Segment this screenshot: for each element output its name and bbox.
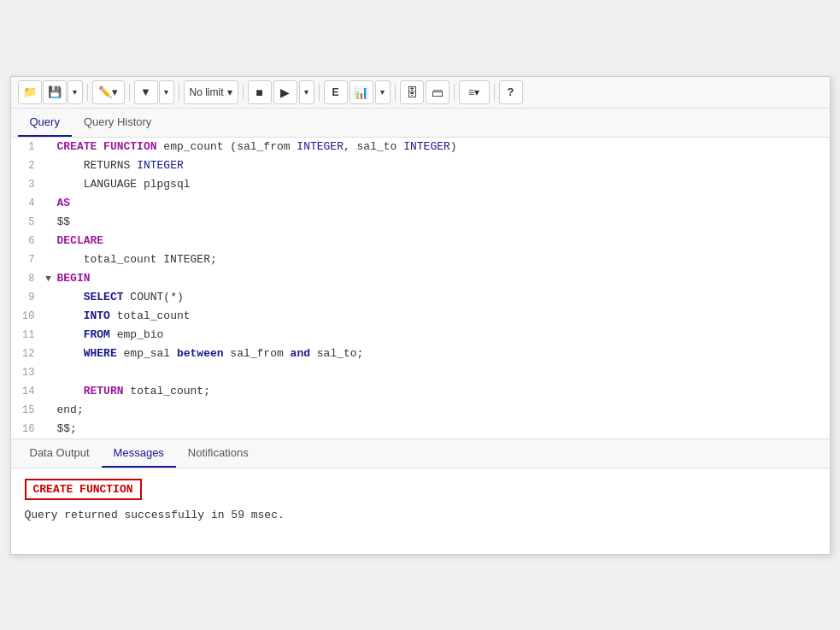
code-editor[interactable]: 1 CREATE FUNCTION emp_count (sal_from IN… bbox=[11, 138, 830, 439]
line-num-7: 7 bbox=[11, 250, 44, 269]
gutter-8: ▼ bbox=[44, 269, 54, 288]
output-message: Query returned successfully in 59 msec. bbox=[25, 509, 816, 521]
stop-button[interactable]: ■ bbox=[248, 80, 272, 104]
code-line-15: 15 end; bbox=[11, 401, 830, 420]
code-line-3: 3 LANGUAGE plpgsql bbox=[11, 175, 830, 194]
code-line-8: 8 ▼ BEGIN bbox=[11, 269, 830, 288]
code-line-10: 10 INTO total_count bbox=[11, 307, 830, 326]
separator-2 bbox=[129, 84, 130, 101]
menu-button[interactable]: ≡▾ bbox=[459, 80, 490, 104]
limit-dropdown[interactable]: No limit ▾ bbox=[184, 80, 238, 104]
line-num-2: 2 bbox=[11, 156, 44, 175]
line-content-3: LANGUAGE plpgsql bbox=[54, 175, 191, 194]
chart-dropdown-button[interactable]: ▾ bbox=[375, 80, 391, 104]
line-num-11: 11 bbox=[11, 326, 44, 344]
line-num-9: 9 bbox=[11, 288, 44, 307]
tab-data-output[interactable]: Data Output bbox=[18, 439, 102, 468]
separator-4 bbox=[243, 84, 244, 101]
code-line-11: 11 FROM emp_bio bbox=[11, 326, 830, 344]
line-content-14: RETURN total_count; bbox=[54, 382, 210, 401]
output-badge: CREATE FUNCTION bbox=[25, 479, 142, 500]
output-area: CREATE FUNCTION Query returned successfu… bbox=[11, 468, 830, 554]
save-button[interactable]: 💾 bbox=[43, 80, 67, 104]
line-num-5: 5 bbox=[11, 213, 44, 232]
line-content-4: AS bbox=[54, 194, 71, 213]
code-line-6: 6 DECLARE bbox=[11, 232, 830, 250]
tab-query[interactable]: Query bbox=[18, 109, 72, 137]
code-line-1: 1 CREATE FUNCTION emp_count (sal_from IN… bbox=[11, 138, 830, 156]
code-line-5: 5 $$ bbox=[11, 213, 830, 232]
line-num-6: 6 bbox=[11, 232, 44, 250]
tab-query-history[interactable]: Query History bbox=[72, 109, 163, 137]
separator-6 bbox=[395, 84, 396, 101]
tab-messages[interactable]: Messages bbox=[102, 439, 176, 468]
code-line-12: 12 WHERE emp_sal between sal_from and sa… bbox=[11, 344, 830, 363]
edit-buttons: ✏️▾ bbox=[92, 80, 125, 104]
line-content-12: WHERE emp_sal between sal_from and sal_t… bbox=[54, 344, 364, 363]
line-num-13: 13 bbox=[11, 363, 44, 382]
line-content-11: FROM emp_bio bbox=[54, 326, 164, 344]
line-content-10: INTO total_count bbox=[54, 307, 191, 326]
output-tabs-bar: Data Output Messages Notifications bbox=[11, 439, 830, 468]
line-num-3: 3 bbox=[11, 175, 44, 194]
limit-label: No limit bbox=[190, 86, 224, 98]
line-num-12: 12 bbox=[11, 344, 44, 363]
chart-button[interactable]: 📊 bbox=[350, 80, 373, 104]
code-line-14: 14 RETURN total_count; bbox=[11, 382, 830, 401]
query-tabs-bar: Query Query History bbox=[11, 109, 830, 138]
filter-buttons: ▼ ▾ bbox=[134, 80, 174, 104]
open-button[interactable]: 📁 bbox=[18, 80, 42, 104]
save-dropdown-button[interactable]: ▾ bbox=[68, 80, 83, 104]
line-num-15: 15 bbox=[11, 401, 44, 420]
line-num-8: 8 bbox=[11, 269, 44, 288]
separator-1 bbox=[87, 84, 88, 101]
line-content-2: RETURNS INTEGER bbox=[54, 156, 184, 175]
explain-button[interactable]: E bbox=[324, 80, 348, 104]
run-button[interactable]: ▶ bbox=[273, 80, 297, 104]
edit-button[interactable]: ✏️▾ bbox=[92, 80, 125, 104]
db1-button[interactable]: 🗄 bbox=[400, 80, 424, 104]
db2-button[interactable]: 🗃 bbox=[426, 80, 449, 104]
run-dropdown-button[interactable]: ▾ bbox=[299, 80, 314, 104]
code-line-13: 13 bbox=[11, 363, 830, 382]
line-num-1: 1 bbox=[11, 138, 44, 156]
line-content-9: SELECT COUNT(*) bbox=[54, 288, 184, 307]
filter-dropdown-button[interactable]: ▾ bbox=[159, 80, 174, 104]
toolbar: 📁 💾 ▾ ✏️▾ ▼ ▾ No limit ▾ ■ ▶ ▾ E 📊 ▾ 🗄 🗃… bbox=[11, 77, 830, 109]
separator-8 bbox=[494, 84, 495, 101]
file-buttons: 📁 💾 ▾ bbox=[18, 80, 83, 104]
filter-button[interactable]: ▼ bbox=[134, 80, 158, 104]
line-content-7: total_count INTEGER; bbox=[54, 250, 217, 269]
code-line-16: 16 $$; bbox=[11, 420, 830, 439]
code-line-9: 9 SELECT COUNT(*) bbox=[11, 288, 830, 307]
code-line-7: 7 total_count INTEGER; bbox=[11, 250, 830, 269]
line-content-13 bbox=[54, 363, 64, 382]
line-num-16: 16 bbox=[11, 420, 44, 439]
line-content-8: BEGIN bbox=[54, 269, 91, 288]
line-content-16: $$; bbox=[54, 420, 77, 439]
limit-arrow: ▾ bbox=[227, 86, 232, 98]
line-num-4: 4 bbox=[11, 194, 44, 213]
code-line-4: 4 AS bbox=[11, 194, 830, 213]
line-content-15: end; bbox=[54, 401, 84, 420]
line-content-5: $$ bbox=[54, 213, 71, 232]
line-num-14: 14 bbox=[11, 382, 44, 401]
separator-5 bbox=[319, 84, 320, 101]
line-content-1: CREATE FUNCTION emp_count (sal_from INTE… bbox=[54, 138, 457, 156]
code-line-2: 2 RETURNS INTEGER bbox=[11, 156, 830, 175]
help-button[interactable]: ? bbox=[499, 80, 523, 104]
separator-3 bbox=[179, 84, 179, 101]
line-content-6: DECLARE bbox=[54, 232, 104, 250]
main-window: 📁 💾 ▾ ✏️▾ ▼ ▾ No limit ▾ ■ ▶ ▾ E 📊 ▾ 🗄 🗃… bbox=[10, 76, 831, 555]
tab-notifications[interactable]: Notifications bbox=[176, 439, 261, 468]
line-num-10: 10 bbox=[11, 307, 44, 326]
separator-7 bbox=[454, 84, 455, 101]
